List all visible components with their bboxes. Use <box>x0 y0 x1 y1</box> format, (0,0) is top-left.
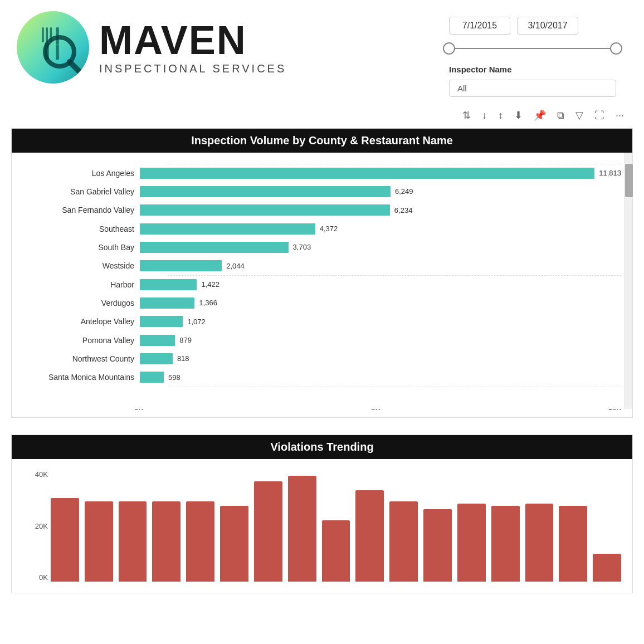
scrollbar[interactable] <box>625 153 632 409</box>
bar-row: 2,044 <box>140 257 621 274</box>
bar-value: 4,372 <box>320 225 338 233</box>
bar-row: 1,072 <box>140 313 621 330</box>
sort-icon[interactable]: ↕ <box>495 108 506 124</box>
bar-value: 2,044 <box>226 262 245 270</box>
violation-bar <box>119 501 147 582</box>
violations-bars <box>23 470 621 582</box>
bar-row: 6,234 <box>140 202 621 218</box>
logo-icon <box>17 11 89 84</box>
copy-icon[interactable]: ⧉ <box>554 108 568 124</box>
bar-row: 1,366 <box>140 295 621 311</box>
bar-chart-labels: Los AngelesSan Gabriel ValleySan Fernand… <box>23 164 134 387</box>
violation-bar <box>593 554 621 582</box>
violation-bar <box>491 506 520 582</box>
slider-fill <box>449 48 616 49</box>
inspector-label: Inspector Name <box>449 65 512 74</box>
bar-fill <box>140 316 183 327</box>
bar-label: Northwest County <box>23 350 134 367</box>
slider-track <box>449 48 616 49</box>
bar-chart-section: Inspection Volume by County & Restaurant… <box>11 128 633 418</box>
violation-bar <box>559 506 587 582</box>
violation-bar <box>152 501 180 582</box>
bar-fill <box>140 353 173 364</box>
bar-value: 6,234 <box>394 206 413 214</box>
date-range: 7/1/2015 3/10/2017 <box>449 17 578 35</box>
brand-name: MAVEN <box>99 20 286 60</box>
grid-line <box>168 387 621 387</box>
bar-row: 818 <box>140 350 621 367</box>
bar-fill <box>140 204 390 216</box>
bar-chart-title: Inspection Volume by County & Restaurant… <box>12 129 632 153</box>
sort-asc-icon[interactable]: ⇅ <box>459 107 474 124</box>
bar-label: Harbor <box>23 276 134 293</box>
bar-row: 4,372 <box>140 221 621 237</box>
violation-bar <box>423 509 452 582</box>
violation-bar <box>355 490 384 582</box>
filter-icon[interactable]: ▽ <box>572 107 587 124</box>
bar-value: 879 <box>179 336 192 344</box>
bar-label: San Fernando Valley <box>23 202 134 218</box>
violation-bar <box>51 498 79 582</box>
violation-bar <box>288 476 316 582</box>
bar-fill <box>140 242 289 253</box>
bar-fill <box>140 168 594 179</box>
bar-value: 3,703 <box>293 243 311 251</box>
bar-fill <box>140 279 197 290</box>
bar-label: Southeast <box>23 221 134 237</box>
bar-value: 818 <box>177 354 189 363</box>
bar-value: 1,366 <box>199 299 217 307</box>
bar-fill <box>140 223 315 235</box>
bar-label: San Gabriel Valley <box>23 183 134 200</box>
violation-bar <box>389 501 418 582</box>
violation-bar <box>322 520 350 582</box>
brand-text: MAVEN INSPECTIONAL SERVICES <box>99 20 286 75</box>
brand-subtitle: INSPECTIONAL SERVICES <box>99 62 286 75</box>
bar-row: 879 <box>140 332 621 349</box>
bar-chart-area: Los AngelesSan Gabriel ValleySan Fernand… <box>12 153 632 409</box>
bar-value: 598 <box>168 373 180 382</box>
bar-row: 1,422 <box>140 276 621 293</box>
focus-icon[interactable]: ⛶ <box>591 108 608 124</box>
more-icon[interactable]: ··· <box>612 108 627 124</box>
scrollbar-thumb[interactable] <box>625 164 633 197</box>
violations-title: Violations Trending <box>12 435 632 459</box>
svg-line-7 <box>70 62 86 79</box>
violation-bar <box>525 504 554 582</box>
violation-bar <box>186 501 214 582</box>
violation-bar <box>457 504 486 582</box>
bar-row: 598 <box>140 369 621 386</box>
date-slider[interactable] <box>449 40 616 57</box>
bar-fill <box>140 260 222 271</box>
bar-row: 6,249 <box>140 183 621 200</box>
bar-value: 1,072 <box>187 318 206 326</box>
bar-fill <box>140 335 175 346</box>
pin-icon[interactable]: 📌 <box>530 107 549 124</box>
bar-fill <box>140 372 164 383</box>
bar-row: 11,813 <box>140 165 621 182</box>
bar-label: Santa Monica Mountains <box>23 369 134 386</box>
expand-icon[interactable]: ⬇ <box>511 107 526 124</box>
bar-value: 1,422 <box>201 280 219 289</box>
bar-label: Antelope Valley <box>23 313 134 330</box>
violation-bar <box>254 481 282 582</box>
violations-chart-area: 40K20K0K <box>12 459 632 593</box>
inspector-dropdown[interactable]: All <box>449 80 616 97</box>
slider-thumb-right[interactable] <box>610 42 622 55</box>
logo-area: MAVEN INSPECTIONAL SERVICES <box>17 11 286 84</box>
violations-section: Violations Trending 40K20K0K <box>11 435 633 593</box>
date-end[interactable]: 3/10/2017 <box>517 17 578 35</box>
sort-desc-icon[interactable]: ↓ <box>479 108 490 124</box>
header: MAVEN INSPECTIONAL SERVICES 7/1/2015 3/1… <box>0 0 644 103</box>
violation-bar <box>220 506 248 582</box>
controls-area: 7/1/2015 3/10/2017 Inspector Name All <box>449 11 627 97</box>
bar-value: 6,249 <box>395 187 413 196</box>
date-start[interactable]: 7/1/2015 <box>449 17 510 35</box>
bars-container: 11,8136,2496,2344,3723,7032,0441,4221,36… <box>140 164 621 387</box>
slider-thumb-left[interactable] <box>443 42 455 55</box>
bar-label: Verdugos <box>23 295 134 311</box>
bar-label: South Bay <box>23 239 134 256</box>
bar-fill <box>140 297 194 309</box>
bar-row: 3,703 <box>140 239 621 256</box>
bar-label: Los Angeles <box>23 165 134 182</box>
bar-fill <box>140 186 391 197</box>
